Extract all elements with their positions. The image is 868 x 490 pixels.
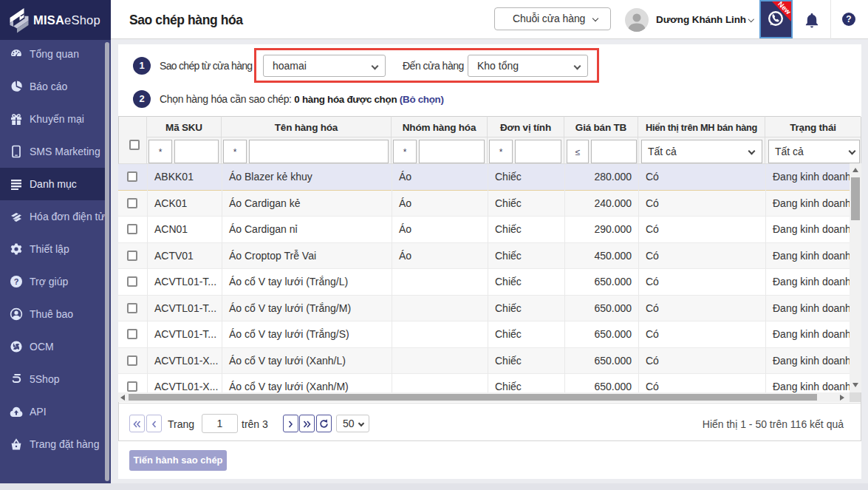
svg-text:?: ?	[14, 277, 19, 286]
